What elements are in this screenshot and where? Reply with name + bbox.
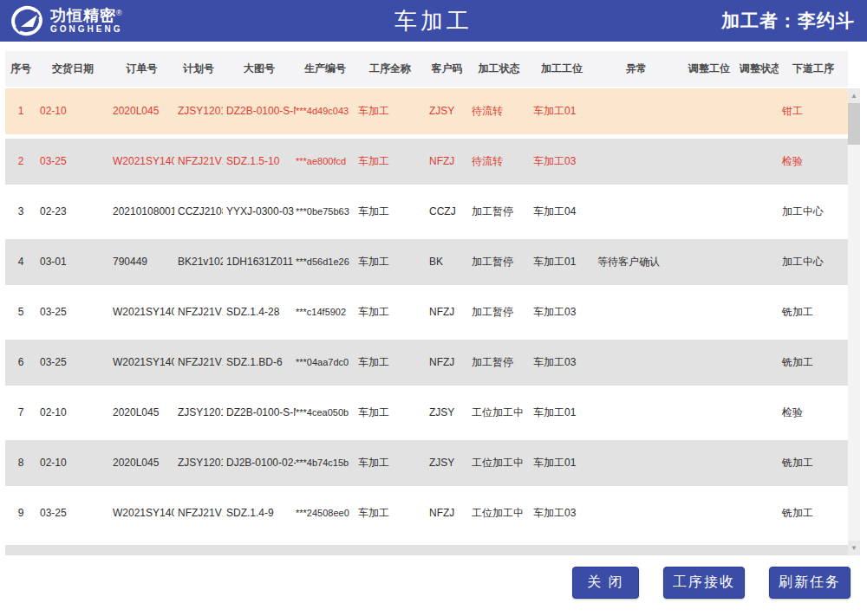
close-button[interactable]: 关 闭 bbox=[572, 567, 639, 599]
cell-exception bbox=[594, 390, 679, 436]
partially-visible-row[interactable] bbox=[5, 545, 848, 555]
cell-order-no: W2021SY140 bbox=[109, 490, 174, 536]
cell-adjust-station bbox=[679, 289, 740, 335]
cell-adjust-status bbox=[740, 189, 779, 235]
table-row[interactable]: 603-25W2021SY140NFZJ21V1SDZ.1.BD-6***04a… bbox=[5, 340, 848, 386]
cell-customer-code: BK bbox=[426, 239, 468, 285]
cell-process-name: 车加工 bbox=[355, 189, 426, 235]
cell-station: 车加工01 bbox=[530, 440, 594, 486]
cell-delivery-date: 03-25 bbox=[36, 490, 109, 536]
column-header-next-process: 下道工序 bbox=[779, 51, 848, 87]
cell-exception bbox=[594, 340, 679, 386]
table-row[interactable]: 802-102020L045ZJSY1201DJ2B-0100-02-03***… bbox=[5, 440, 848, 486]
cell-production-no: ***04aa7dc0 bbox=[296, 340, 355, 386]
table-row[interactable]: 102-102020L045ZJSY1201DZ2B-0100-S-N-***4… bbox=[5, 88, 848, 134]
cell-next-process: 铣加工 bbox=[779, 340, 848, 386]
cell-process-status: 待流转 bbox=[468, 139, 530, 185]
cell-adjust-station bbox=[679, 88, 740, 134]
cell-process-status: 加工暂停 bbox=[468, 340, 530, 386]
cell-drawing-no: SDZ.1.BD-6 bbox=[223, 340, 296, 386]
cell-exception bbox=[594, 440, 679, 486]
cell-process-name: 车加工 bbox=[355, 490, 426, 536]
cell-station: 车加工03 bbox=[530, 289, 594, 335]
scroll-down-button[interactable]: ▼ bbox=[848, 541, 860, 555]
cell-order-no: 2020L045 bbox=[109, 88, 174, 134]
refresh-tasks-button[interactable]: 刷新任务 bbox=[769, 567, 851, 599]
column-header-drawing-no: 大图号 bbox=[223, 51, 296, 87]
column-header-delivery-date: 交货日期 bbox=[36, 51, 109, 87]
cell-drawing-no: 1DH1631Z011 bbox=[223, 239, 296, 285]
cell-delivery-date: 02-23 bbox=[36, 189, 109, 235]
lathe-processing-window: 功恒精密® GONGHENG 车加工 加工者：李约斗 序号交货日期订单号计划号大… bbox=[0, 0, 867, 616]
cell-next-process: 加工中心 bbox=[779, 189, 848, 235]
table-row[interactable]: 203-25W2021SY140NFZJ21V1SDZ.1.5-10***ae8… bbox=[5, 139, 848, 185]
cell-process-status: 加工暂停 bbox=[468, 239, 530, 285]
cell-customer-code: NFZJ bbox=[426, 340, 468, 386]
cell-process-name: 车加工 bbox=[355, 289, 426, 335]
cell-delivery-date: 02-10 bbox=[36, 88, 109, 134]
cell-next-process: 铣加工 bbox=[779, 289, 848, 335]
column-header-seq: 序号 bbox=[5, 51, 36, 87]
cell-drawing-no: DZ2B-0100-S-N- bbox=[223, 88, 296, 134]
table-row[interactable]: 903-25W2021SY140NFZJ21V1SDZ.1.4-9***2450… bbox=[5, 490, 848, 536]
cell-adjust-status bbox=[740, 289, 779, 335]
scroll-up-button[interactable]: ▲ bbox=[848, 88, 860, 103]
cell-order-no: W2021SY140 bbox=[109, 289, 174, 335]
column-header-exception: 异常 bbox=[594, 51, 679, 87]
cell-process-status: 工位加工中 bbox=[468, 490, 530, 536]
cell-seq: 1 bbox=[5, 88, 36, 134]
cell-process-status: 工位加工中 bbox=[468, 390, 530, 436]
footer-button-bar: 关 闭 工序接收 刷新任务 bbox=[572, 567, 851, 599]
cell-drawing-no: YYXJ-0300-03 bbox=[223, 189, 296, 235]
cell-seq: 6 bbox=[5, 340, 36, 386]
column-header-adjust-station: 调整工位 bbox=[679, 51, 740, 87]
table-header-row: 序号交货日期订单号计划号大图号生产编号工序全称客户码加工状态加工工位异常调整工位… bbox=[5, 51, 848, 87]
cell-delivery-date: 03-01 bbox=[36, 239, 109, 285]
cell-station: 车加工03 bbox=[530, 490, 594, 536]
scrollbar-thumb[interactable] bbox=[848, 103, 860, 145]
cell-adjust-station bbox=[679, 139, 740, 185]
table-row[interactable]: 403-01790449BK21v1021DH1631Z011***d56d1e… bbox=[5, 239, 848, 285]
vertical-scrollbar[interactable]: ▲ ▼ bbox=[848, 88, 860, 555]
process-accept-button[interactable]: 工序接收 bbox=[663, 567, 745, 599]
cell-exception bbox=[594, 289, 679, 335]
cell-exception bbox=[594, 490, 679, 536]
cell-adjust-status bbox=[740, 440, 779, 486]
cell-plan-no: NFZJ21V1 bbox=[174, 289, 223, 335]
table-row[interactable]: 302-23202101080011CCZJ2108YYXJ-0300-03**… bbox=[5, 189, 848, 235]
cell-production-no: ***24508ee0 bbox=[296, 490, 355, 536]
cell-adjust-station bbox=[679, 189, 740, 235]
cell-station: 车加工03 bbox=[530, 139, 594, 185]
cell-customer-code: ZJSY bbox=[426, 390, 468, 436]
cell-seq: 3 bbox=[5, 189, 36, 235]
cell-order-no: W2021SY140 bbox=[109, 340, 174, 386]
cell-plan-no: NFZJ21V1 bbox=[174, 139, 223, 185]
cell-order-no: 2020L045 bbox=[109, 390, 174, 436]
column-header-production-no: 生产编号 bbox=[296, 51, 355, 87]
column-header-plan-no: 计划号 bbox=[174, 51, 223, 87]
cell-exception: 等待客户确认 bbox=[594, 239, 679, 285]
cell-production-no: ***d56d1e26 bbox=[296, 239, 355, 285]
cell-station: 车加工01 bbox=[530, 88, 594, 134]
column-header-order-no: 订单号 bbox=[109, 51, 174, 87]
cell-seq: 5 bbox=[5, 289, 36, 335]
cell-drawing-no: SDZ.1.4-9 bbox=[223, 490, 296, 536]
table-row[interactable]: 503-25W2021SY140NFZJ21V1SDZ.1.4-28***c14… bbox=[5, 289, 848, 335]
cell-plan-no: CCZJ2108 bbox=[174, 189, 223, 235]
cell-adjust-status bbox=[740, 490, 779, 536]
column-header-process-name: 工序全称 bbox=[355, 51, 426, 87]
cell-adjust-station bbox=[679, 490, 740, 536]
cell-seq: 2 bbox=[5, 139, 36, 185]
cell-drawing-no: DZ2B-0100-S-N.1 bbox=[223, 390, 296, 436]
cell-plan-no: ZJSY1201 bbox=[174, 440, 223, 486]
cell-production-no: ***ae800fcd bbox=[296, 139, 355, 185]
cell-next-process: 检验 bbox=[779, 139, 848, 185]
cell-customer-code: NFZJ bbox=[426, 289, 468, 335]
cell-customer-code: ZJSY bbox=[426, 440, 468, 486]
table-row[interactable]: 702-102020L045ZJSY1201DZ2B-0100-S-N.1***… bbox=[5, 390, 848, 436]
column-header-customer-code: 客户码 bbox=[426, 51, 468, 87]
cell-next-process: 铣加工 bbox=[779, 440, 848, 486]
cell-station: 车加工04 bbox=[530, 189, 594, 235]
cell-seq: 7 bbox=[5, 390, 36, 436]
cell-order-no: 2020L045 bbox=[109, 440, 174, 486]
